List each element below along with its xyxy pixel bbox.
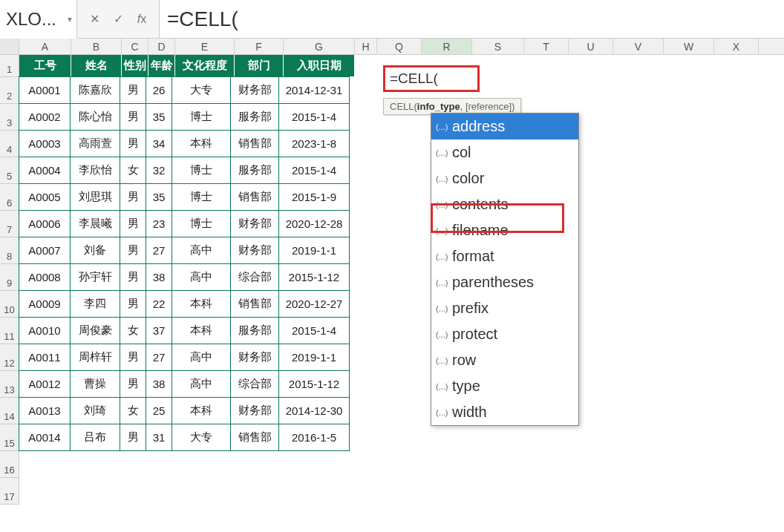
row-header[interactable]: 14 <box>0 398 19 424</box>
table-cell[interactable]: 女 <box>120 317 146 344</box>
autocomplete-item[interactable]: (...)address <box>431 114 578 139</box>
autocomplete-dropdown[interactable]: (...)address(...)col(...)color(...)conte… <box>431 113 579 426</box>
empty-cell[interactable] <box>122 451 148 478</box>
table-cell[interactable]: A0003 <box>19 130 71 157</box>
table-cell[interactable]: 2015-1-4 <box>278 157 350 184</box>
table-cell[interactable]: 26 <box>146 76 172 104</box>
table-cell[interactable]: 孙宇轩 <box>70 263 120 291</box>
table-cell[interactable]: A0007 <box>19 237 71 264</box>
empty-cell[interactable] <box>284 478 355 505</box>
col-header[interactable]: A <box>19 39 71 54</box>
autocomplete-item[interactable]: (...)row <box>431 347 578 373</box>
table-cell[interactable]: 2020-12-28 <box>278 210 350 237</box>
table-cell[interactable]: 38 <box>146 263 172 291</box>
col-header[interactable]: E <box>175 39 235 54</box>
table-cell[interactable]: 男 <box>120 183 146 211</box>
table-cell[interactable]: A0001 <box>19 76 71 104</box>
table-cell[interactable]: 27 <box>146 344 172 371</box>
table-cell[interactable]: 高雨萱 <box>70 130 120 157</box>
col-header[interactable]: H <box>355 39 377 54</box>
table-cell[interactable]: 2015-1-12 <box>278 263 350 291</box>
col-header[interactable]: U <box>569 39 613 54</box>
table-cell[interactable]: 男 <box>120 130 146 157</box>
table-cell[interactable]: 35 <box>146 183 172 211</box>
autocomplete-item[interactable]: (...)protect <box>431 321 578 347</box>
table-cell[interactable]: 李欣怡 <box>70 157 120 184</box>
table-cell[interactable]: 22 <box>146 290 172 318</box>
table-cell[interactable]: A0004 <box>19 157 71 184</box>
autocomplete-item[interactable]: (...)type <box>431 373 578 399</box>
table-header-cell[interactable]: 部门 <box>235 55 284 77</box>
table-cell[interactable]: 大专 <box>172 424 231 451</box>
table-cell[interactable]: 女 <box>120 157 146 184</box>
row-header[interactable]: 13 <box>0 371 19 398</box>
col-header[interactable]: B <box>71 39 122 54</box>
autocomplete-item[interactable]: (...)prefix <box>431 295 578 321</box>
row-header[interactable]: 3 <box>0 104 19 131</box>
col-header[interactable]: T <box>524 39 569 54</box>
table-cell[interactable]: 男 <box>120 370 146 398</box>
table-cell[interactable]: 2015-1-9 <box>278 183 350 211</box>
table-cell[interactable]: 2015-1-4 <box>278 103 350 131</box>
table-cell[interactable]: 高中 <box>172 344 231 371</box>
empty-cell[interactable] <box>175 451 235 478</box>
table-cell[interactable]: 男 <box>120 237 146 264</box>
autocomplete-item[interactable]: (...)color <box>431 165 578 191</box>
table-cell[interactable]: 本科 <box>172 290 231 318</box>
table-cell[interactable]: 刘备 <box>70 237 120 264</box>
table-cell[interactable]: 周俊豪 <box>70 317 120 344</box>
table-cell[interactable]: 本科 <box>172 397 231 424</box>
table-cell[interactable]: 财务部 <box>230 210 279 237</box>
table-header-cell[interactable]: 姓名 <box>71 55 122 77</box>
table-cell[interactable]: 男 <box>120 344 146 371</box>
col-header[interactable]: X <box>714 39 759 54</box>
table-cell[interactable]: 综合部 <box>230 263 279 291</box>
table-cell[interactable]: 2015-1-12 <box>278 370 350 398</box>
fx-icon[interactable]: fx <box>135 13 148 26</box>
empty-cell[interactable] <box>19 478 71 505</box>
row-header[interactable]: 16 <box>0 451 19 478</box>
table-cell[interactable]: 32 <box>146 157 172 184</box>
col-header[interactable]: F <box>235 39 284 54</box>
autocomplete-item[interactable]: (...)format <box>431 243 578 269</box>
table-cell[interactable]: 刘思琪 <box>70 183 120 211</box>
table-cell[interactable]: A0012 <box>19 370 71 398</box>
confirm-icon[interactable]: ✓ <box>111 12 125 26</box>
table-cell[interactable]: 男 <box>120 103 146 131</box>
empty-cell[interactable] <box>235 451 284 478</box>
table-cell[interactable]: 陈心怡 <box>70 103 120 131</box>
row-header[interactable]: 12 <box>0 344 19 371</box>
table-cell[interactable]: 2019-1-1 <box>278 237 350 264</box>
table-cell[interactable]: 2014-12-31 <box>278 76 350 104</box>
row-header[interactable]: 5 <box>0 157 19 184</box>
row-header[interactable]: 8 <box>0 237 19 264</box>
cancel-icon[interactable]: ✕ <box>88 12 101 26</box>
table-cell[interactable]: 27 <box>146 237 172 264</box>
table-cell[interactable]: 本科 <box>172 130 231 157</box>
table-cell[interactable]: 本科 <box>172 317 231 344</box>
table-cell[interactable]: 博士 <box>172 103 231 131</box>
table-header-cell[interactable]: 入职日期 <box>284 55 355 77</box>
empty-cell[interactable] <box>175 478 235 505</box>
table-cell[interactable]: 34 <box>146 130 172 157</box>
table-cell[interactable]: 2016-1-5 <box>278 424 350 451</box>
select-all-corner[interactable] <box>0 39 19 54</box>
table-cell[interactable]: 高中 <box>172 237 231 264</box>
table-cell[interactable]: 销售部 <box>230 424 279 451</box>
table-cell[interactable]: 博士 <box>172 183 231 211</box>
table-cell[interactable]: 31 <box>146 424 172 451</box>
autocomplete-item[interactable]: (...)width <box>431 399 578 425</box>
table-cell[interactable]: A0014 <box>19 424 71 451</box>
table-cell[interactable]: 财务部 <box>230 344 279 371</box>
row-header[interactable]: 10 <box>0 291 19 318</box>
col-header[interactable]: S <box>472 39 524 54</box>
table-cell[interactable]: 男 <box>120 424 146 451</box>
name-box[interactable]: XLO... ▾ <box>0 0 77 39</box>
table-cell[interactable]: 服务部 <box>230 103 279 131</box>
table-cell[interactable]: 23 <box>146 210 172 237</box>
col-header[interactable]: D <box>148 39 175 54</box>
spreadsheet-grid[interactable]: A B C D E F G H Q R S T U V W X 1工号姓名性别年… <box>0 39 784 505</box>
col-header[interactable]: W <box>664 39 714 54</box>
table-cell[interactable]: A0013 <box>19 397 71 424</box>
col-header[interactable]: G <box>284 39 355 54</box>
